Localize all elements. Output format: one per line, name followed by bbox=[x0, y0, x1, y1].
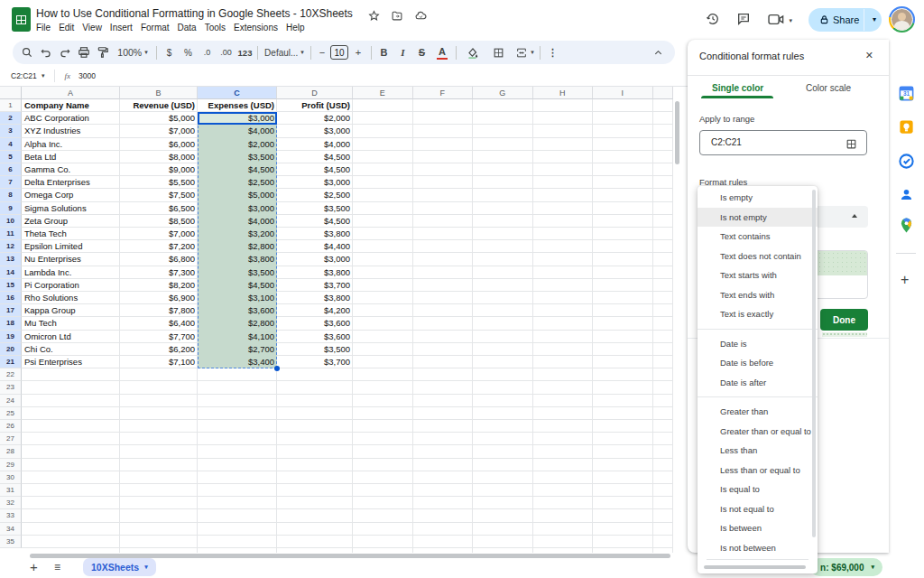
menu-data[interactable]: Data bbox=[178, 23, 197, 33]
menu-item[interactable]: Is empty bbox=[698, 188, 818, 208]
row-header-23[interactable]: 23 bbox=[0, 381, 22, 394]
menu-item[interactable]: Text is exactly bbox=[698, 304, 818, 324]
cell[interactable]: $3,500 bbox=[198, 151, 277, 163]
cell[interactable]: $3,500 bbox=[277, 202, 353, 215]
column-header-E[interactable]: E bbox=[353, 87, 413, 99]
column-header-F[interactable]: F bbox=[413, 87, 474, 99]
menu-tools[interactable]: Tools bbox=[205, 23, 226, 33]
cell[interactable]: Nu Enterprises bbox=[22, 253, 120, 266]
cell[interactable]: $3,800 bbox=[198, 253, 277, 266]
add-addon-icon[interactable]: + bbox=[901, 272, 909, 288]
menu-help[interactable]: Help bbox=[286, 23, 305, 33]
cell[interactable]: $7,000 bbox=[120, 228, 198, 240]
row-header-8[interactable]: 8 bbox=[0, 189, 22, 201]
comment-icon[interactable] bbox=[736, 12, 751, 30]
cell[interactable]: $3,000 bbox=[277, 125, 353, 137]
cell[interactable]: $6,900 bbox=[120, 292, 198, 304]
row-header-2[interactable]: 2 bbox=[0, 112, 22, 125]
cell[interactable]: $8,500 bbox=[120, 215, 198, 228]
row-header-16[interactable]: 16 bbox=[0, 292, 22, 304]
cell[interactable]: $2,700 bbox=[198, 343, 277, 356]
avatar[interactable] bbox=[889, 6, 915, 33]
row-header-3[interactable]: 3 bbox=[0, 125, 22, 137]
increase-font-size-button[interactable]: + bbox=[348, 42, 368, 62]
column-header-A[interactable]: A bbox=[22, 87, 120, 99]
cell[interactable]: Pi Corporation bbox=[22, 279, 120, 292]
row-header-6[interactable]: 6 bbox=[0, 163, 22, 176]
grid-corner[interactable] bbox=[0, 87, 22, 99]
cell[interactable]: $3,600 bbox=[277, 317, 353, 330]
menu-format[interactable]: Format bbox=[141, 23, 170, 33]
sheet-tab[interactable]: 10XSheets ▾ bbox=[83, 558, 156, 576]
cell[interactable]: $9,000 bbox=[120, 163, 198, 176]
menu-item[interactable]: Text starts with bbox=[698, 266, 818, 285]
format-currency-button[interactable]: $ bbox=[160, 42, 179, 62]
decrease-decimals-button[interactable]: .0 bbox=[198, 42, 217, 62]
menu-item[interactable]: Less than or equal to bbox=[698, 461, 818, 480]
cell[interactable]: Revenue (USD) bbox=[120, 99, 198, 112]
format-percent-button[interactable]: % bbox=[179, 42, 198, 62]
row-header-30[interactable]: 30 bbox=[0, 471, 22, 484]
sheets-logo-icon[interactable] bbox=[12, 7, 31, 32]
undo-icon[interactable] bbox=[36, 42, 55, 62]
menu-item[interactable]: Text ends with bbox=[698, 285, 818, 305]
decrease-font-size-button[interactable]: − bbox=[314, 42, 330, 62]
cell[interactable]: $7,500 bbox=[120, 189, 198, 201]
row-header-26[interactable]: 26 bbox=[0, 420, 22, 433]
redo-icon[interactable] bbox=[55, 42, 74, 62]
cell[interactable]: Alpha Inc. bbox=[22, 138, 120, 151]
menu-item[interactable]: Greater than or equal to bbox=[698, 422, 818, 442]
menu-item[interactable]: Is not between bbox=[698, 538, 818, 558]
cell[interactable]: $4,000 bbox=[198, 215, 277, 228]
cell[interactable]: $3,000 bbox=[198, 112, 277, 125]
cell[interactable]: $8,200 bbox=[120, 279, 198, 292]
collapse-toolbar-icon[interactable] bbox=[649, 42, 668, 62]
cell[interactable]: $6,500 bbox=[120, 202, 198, 215]
maps-icon[interactable] bbox=[898, 217, 915, 234]
cell[interactable]: $4,000 bbox=[198, 125, 277, 137]
menu-item[interactable]: Date is bbox=[698, 334, 818, 354]
cell[interactable]: $7,700 bbox=[120, 331, 198, 343]
row-header-31[interactable]: 31 bbox=[0, 484, 22, 497]
cell[interactable]: $2,800 bbox=[198, 240, 277, 253]
menu-item[interactable]: Date is before bbox=[698, 353, 818, 373]
cell[interactable]: Psi Enterprises bbox=[22, 356, 120, 368]
font-size-input[interactable]: 10 bbox=[330, 45, 348, 60]
cell[interactable]: Zeta Group bbox=[22, 215, 120, 228]
row-header-5[interactable]: 5 bbox=[0, 151, 22, 163]
cell[interactable]: $3,200 bbox=[198, 228, 277, 240]
cell[interactable]: ABC Corporation bbox=[22, 112, 120, 125]
row-header-12[interactable]: 12 bbox=[0, 240, 22, 253]
tab-color-scale[interactable]: Color scale bbox=[806, 83, 851, 93]
all-sheets-menu-icon[interactable]: ≡ bbox=[54, 561, 60, 573]
row-header-17[interactable]: 17 bbox=[0, 304, 22, 317]
document-title[interactable]: How to Use Conditional Formatting in Goo… bbox=[36, 7, 353, 20]
cell[interactable]: Rho Solutions bbox=[22, 292, 120, 304]
formula-input[interactable]: 3000 bbox=[79, 71, 96, 80]
number-format-button[interactable]: 123 bbox=[236, 42, 254, 62]
cell[interactable]: $8,000 bbox=[120, 151, 198, 163]
print-icon[interactable] bbox=[74, 42, 93, 62]
row-header-29[interactable]: 29 bbox=[0, 459, 22, 471]
cell[interactable]: $3,700 bbox=[277, 356, 353, 368]
row-header-9[interactable]: 9 bbox=[0, 202, 22, 215]
row-header-20[interactable]: 20 bbox=[0, 343, 22, 356]
column-header-B[interactable]: B bbox=[120, 87, 198, 99]
row-header-4[interactable]: 4 bbox=[0, 138, 22, 151]
font-select[interactable]: Defaul...▾ bbox=[261, 42, 308, 62]
column-header-I[interactable]: I bbox=[593, 87, 653, 99]
menu-extensions[interactable]: Extensions bbox=[234, 23, 278, 33]
row-header-1[interactable]: 1 bbox=[0, 99, 22, 112]
menu-item[interactable]: Is not equal to bbox=[698, 499, 818, 519]
row-header-25[interactable]: 25 bbox=[0, 407, 22, 420]
cell[interactable]: $4,400 bbox=[277, 240, 353, 253]
column-header-H[interactable]: H bbox=[533, 87, 594, 99]
cell[interactable]: $4,000 bbox=[277, 138, 353, 151]
row-header-34[interactable]: 34 bbox=[0, 523, 22, 536]
cell[interactable]: $2,500 bbox=[198, 176, 277, 189]
present-to-meet-icon[interactable] bbox=[768, 13, 784, 30]
strikethrough-button[interactable]: S bbox=[412, 42, 431, 62]
select-range-icon[interactable] bbox=[845, 137, 857, 154]
cell[interactable]: Expenses (USD) bbox=[198, 99, 277, 112]
menu-item[interactable]: Greater than bbox=[698, 402, 818, 422]
